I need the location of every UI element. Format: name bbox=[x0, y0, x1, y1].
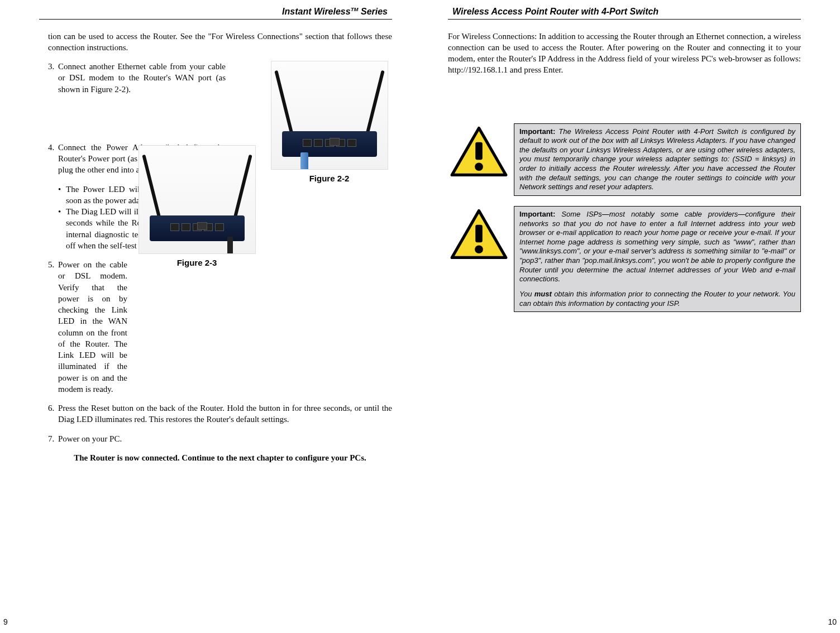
header-left-post: Series bbox=[359, 7, 388, 16]
warning-icon bbox=[448, 206, 509, 265]
step-4: 4. Connect the Power Adapter (included) … bbox=[48, 142, 127, 176]
step-7: 7. Power on your PC. bbox=[48, 433, 392, 444]
header-left-pre: Instant Wireless bbox=[282, 7, 351, 16]
svg-rect-1 bbox=[475, 142, 483, 160]
important-1-text: The Wireless Access Point Router with 4-… bbox=[519, 127, 795, 191]
page-number-right: 10 bbox=[828, 617, 837, 627]
step-6-text: Press the Reset button on the back of th… bbox=[58, 402, 392, 425]
step-6-number: 6. bbox=[48, 402, 58, 425]
figure-2-2-wrap: Figure 2-2 bbox=[266, 61, 392, 184]
final-note: The Router is now connected. Continue to… bbox=[48, 452, 392, 463]
important-2b-pre: You bbox=[519, 290, 534, 298]
page-number-left: 9 bbox=[3, 617, 8, 627]
important-2a-text: Some ISPs—most notably some cable provid… bbox=[519, 210, 795, 283]
important-box-2: Important: Some ISPs—most notably some c… bbox=[514, 206, 801, 312]
bullet-2: • The Diag LED will illuminate red for a… bbox=[58, 206, 127, 251]
important-callout-2: Important: Some ISPs—most notably some c… bbox=[448, 206, 801, 312]
step-5-text: Power on the cable or DSL modem. Verify … bbox=[58, 259, 127, 395]
figure-2-3-image bbox=[139, 145, 256, 254]
important-box-1: Important: The Wireless Access Point Rou… bbox=[514, 123, 801, 196]
step-6: 6. Press the Reset button on the back of… bbox=[48, 402, 392, 425]
step-3-number: 3. bbox=[48, 61, 58, 95]
important-label: Important: bbox=[519, 210, 555, 218]
figure-2-2-caption: Figure 2-2 bbox=[266, 173, 392, 184]
step-3: 3. Connect another Ethernet cable from y… bbox=[48, 61, 260, 95]
step-3-text: Connect another Ethernet cable from your… bbox=[58, 61, 226, 95]
step-4-number: 4. bbox=[48, 142, 58, 176]
step-7-text: Power on your PC. bbox=[58, 433, 392, 444]
page-left: Instant WirelessTM Series tion can be us… bbox=[0, 0, 420, 633]
important-callout-1: Important: The Wireless Access Point Rou… bbox=[448, 123, 801, 196]
bullet-1: • The Power LED will illuminate green as… bbox=[58, 184, 127, 207]
wireless-connections-paragraph: For Wireless Connections: In addition to… bbox=[448, 31, 801, 76]
header-right: Wireless Access Point Router with 4-Port… bbox=[448, 6, 801, 20]
warning-icon bbox=[448, 123, 509, 182]
bullet-dot: • bbox=[58, 206, 66, 251]
bullet-dot: • bbox=[58, 184, 66, 207]
header-left-tm: TM bbox=[351, 6, 359, 12]
svg-point-2 bbox=[475, 162, 483, 171]
important-2b-must: must bbox=[534, 290, 552, 298]
figure-2-3-wrap: Figure 2-3 bbox=[134, 145, 260, 268]
important-label: Important: bbox=[519, 127, 555, 136]
step-7-number: 7. bbox=[48, 433, 58, 444]
figure-2-3-caption: Figure 2-3 bbox=[134, 257, 260, 268]
important-2b-post: obtain this information prior to connect… bbox=[519, 290, 795, 308]
page-right: Wireless Access Point Router with 4-Port… bbox=[420, 0, 840, 633]
header-left: Instant WirelessTM Series bbox=[39, 6, 392, 20]
left-body: tion can be used to access the Router. S… bbox=[39, 31, 392, 464]
step-5: 5. Power on the cable or DSL modem. Veri… bbox=[48, 259, 127, 395]
figure-2-2-image bbox=[271, 61, 388, 170]
step-5-number: 5. bbox=[48, 259, 58, 395]
svg-point-5 bbox=[475, 245, 483, 253]
continuation-paragraph: tion can be used to access the Router. S… bbox=[48, 31, 392, 54]
svg-rect-4 bbox=[475, 225, 483, 243]
